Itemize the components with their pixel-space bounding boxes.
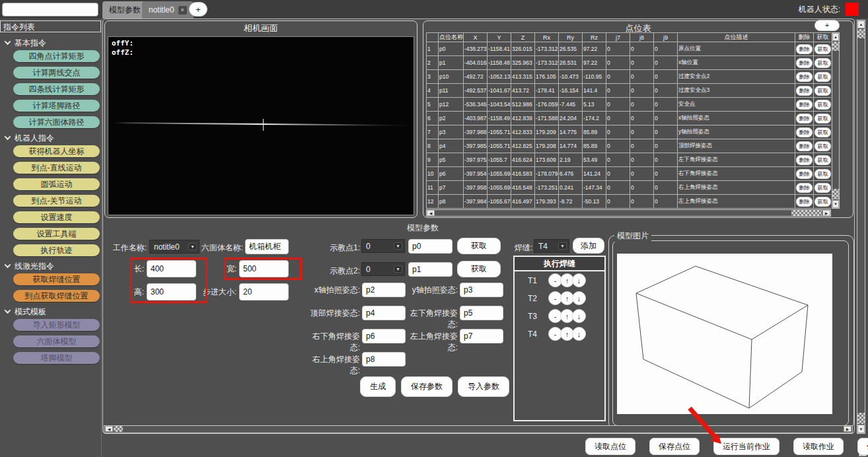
main-horizontal-scrollbar[interactable]: ◀ ▶ <box>104 425 853 433</box>
pose-input[interactable] <box>460 283 503 297</box>
pose-input[interactable] <box>362 329 406 343</box>
scroll-up-icon[interactable]: ▲ <box>832 33 839 41</box>
delete-point-button[interactable]: 删除 <box>796 141 813 151</box>
pose-input[interactable] <box>460 306 503 320</box>
command-button[interactable]: 到点获取焊缝位置 <box>13 290 100 302</box>
save-params-button[interactable]: 保存参数 <box>401 376 452 397</box>
command-button[interactable]: 圆弧运动 <box>13 178 100 190</box>
tab-notitle0[interactable]: notitle0 × <box>142 1 194 18</box>
scroll-thumb[interactable] <box>791 210 822 216</box>
delete-point-button[interactable]: 删除 <box>796 197 813 207</box>
pose-input[interactable] <box>362 283 406 297</box>
command-button[interactable]: 导入矩形模型 <box>13 319 100 331</box>
delete-point-button[interactable]: 删除 <box>796 169 813 179</box>
add-point-button[interactable]: + <box>814 20 840 31</box>
get-point-button[interactable]: 获取 <box>814 100 831 110</box>
get-point-button[interactable]: 获取 <box>814 169 831 179</box>
add-weld-button[interactable]: 添加 <box>573 238 604 254</box>
delete-point-button[interactable]: 删除 <box>796 155 813 165</box>
command-button[interactable]: 获取焊缝位置 <box>13 273 100 285</box>
scroll-thumb[interactable] <box>857 413 865 424</box>
get-point-button[interactable]: 获取 <box>814 183 831 193</box>
command-search-input[interactable] <box>2 3 98 17</box>
annotation-box-width <box>224 258 302 280</box>
scroll-thumb[interactable] <box>832 189 839 199</box>
hex-name-input[interactable] <box>245 239 289 254</box>
import-params-button[interactable]: 导入参数 <box>458 376 509 397</box>
command-button[interactable]: 塔脚模型 <box>13 352 100 364</box>
get-teach-point2-button[interactable]: 获取 <box>457 261 501 277</box>
scroll-right-icon[interactable]: ▶ <box>844 426 851 432</box>
command-button[interactable]: 四角点计算矩形 <box>13 50 100 62</box>
table-row: 12p8-397.984-1055.67416.497179.393-8.72-… <box>427 195 832 209</box>
teach-point2-select[interactable]: 0▼ <box>361 262 405 276</box>
get-point-button[interactable]: 获取 <box>814 72 831 82</box>
command-button[interactable]: 计算六面体路径 <box>13 116 100 128</box>
get-teach-point1-button[interactable]: 获取 <box>457 238 501 254</box>
command-button[interactable]: 设置速度 <box>13 211 100 223</box>
tab-model-params[interactable]: 模型参数 <box>102 1 147 18</box>
get-point-button[interactable]: 获取 <box>814 127 831 137</box>
add-tab-button[interactable]: + <box>189 2 207 17</box>
camera-view[interactable]: offY: offZ: <box>108 36 414 215</box>
delete-point-button[interactable]: 删除 <box>796 86 813 96</box>
table-horizontal-scrollbar[interactable]: ◀ ▶ <box>426 209 831 217</box>
command-button[interactable]: 获得机器人坐标 <box>13 145 100 157</box>
scroll-left-icon[interactable]: ◀ <box>105 426 113 432</box>
scroll-thumb[interactable] <box>114 426 123 432</box>
get-point-button[interactable]: 获取 <box>814 141 831 151</box>
delete-point-button[interactable]: 删除 <box>796 72 813 82</box>
close-icon[interactable]: × <box>178 6 187 15</box>
get-point-button[interactable]: 获取 <box>814 197 831 207</box>
get-point-button[interactable]: 获取 <box>814 86 831 96</box>
read-job-button[interactable]: 读取作业 <box>793 438 844 455</box>
command-button[interactable]: 到点-直线运动 <box>13 162 100 174</box>
weld-select[interactable]: T4▼ <box>534 239 569 253</box>
move-down-button[interactable]: ↓ <box>572 291 586 305</box>
save-current-job-button[interactable]: 保存当前作业 <box>857 438 868 455</box>
table-vertical-scrollbar[interactable]: ▲ ▼ <box>832 32 840 209</box>
get-point-button[interactable]: 获取 <box>814 44 831 54</box>
move-down-button[interactable]: ↓ <box>572 273 586 287</box>
pose-input[interactable] <box>362 352 406 367</box>
delete-point-button[interactable]: 删除 <box>796 58 813 68</box>
pose-input[interactable] <box>362 306 406 320</box>
delete-point-button[interactable]: 删除 <box>796 114 813 123</box>
teach-point1-input[interactable] <box>408 239 452 254</box>
scroll-down-icon[interactable]: ▼ <box>857 425 865 433</box>
command-button[interactable]: 四条线计算矩形 <box>13 83 100 95</box>
get-point-button[interactable]: 获取 <box>814 155 831 165</box>
command-button[interactable]: 执行轨迹 <box>13 244 100 256</box>
pose-input[interactable] <box>460 329 503 343</box>
command-button[interactable]: 计算两线交点 <box>13 67 100 79</box>
scroll-right-icon[interactable]: ▶ <box>822 210 830 216</box>
read-points-button[interactable]: 读取点位 <box>585 438 635 455</box>
delete-point-button[interactable]: 删除 <box>796 100 813 110</box>
command-button[interactable]: 设置工具端 <box>13 228 100 240</box>
main-vertical-scrollbar[interactable]: ▲ ▼ <box>857 20 865 434</box>
get-point-button[interactable]: 获取 <box>814 114 831 123</box>
teach-point2-input[interactable] <box>408 262 452 277</box>
scroll-left-icon[interactable]: ◀ <box>427 210 435 216</box>
point-cell: 0 <box>606 112 630 125</box>
command-button[interactable]: 到点-关节运动 <box>13 195 100 207</box>
delete-point-button[interactable]: 删除 <box>796 127 813 137</box>
column-header: 获取 <box>814 33 832 42</box>
generate-button[interactable]: 生成 <box>360 376 396 397</box>
scroll-thumb[interactable] <box>832 42 839 51</box>
save-points-button[interactable]: 保存点位 <box>649 438 700 455</box>
column-header: Z <box>511 33 535 42</box>
delete-point-button[interactable]: 删除 <box>796 44 813 54</box>
get-point-button[interactable]: 获取 <box>814 58 831 68</box>
command-button[interactable]: 计算塔脚路径 <box>13 100 100 112</box>
scroll-thumb[interactable] <box>857 29 865 38</box>
scroll-down-icon[interactable]: ▼ <box>832 200 839 208</box>
scroll-up-icon[interactable]: ▲ <box>857 20 865 28</box>
command-button[interactable]: 六面体模型 <box>13 335 100 347</box>
run-current-job-button[interactable]: 运行当前作业 <box>713 438 779 455</box>
move-down-button[interactable]: ↓ <box>572 327 586 341</box>
delete-point-button[interactable]: 删除 <box>796 183 813 193</box>
move-down-button[interactable]: ↓ <box>572 309 586 323</box>
step-input[interactable] <box>239 283 289 300</box>
teach-point1-select[interactable]: 0▼ <box>361 239 405 253</box>
